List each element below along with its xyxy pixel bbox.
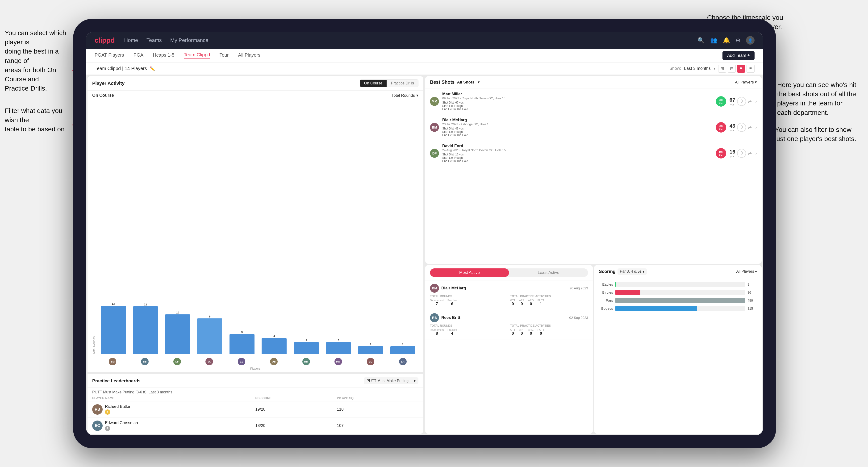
ma-tournament-label-1: Tournament	[430, 299, 444, 302]
edit-icon[interactable]: ✏️	[150, 66, 155, 71]
bar-label-1: 13	[112, 302, 115, 305]
shot-avatar-2: BM	[430, 123, 439, 132]
shot-info-2: Blair McHarg 23 Jul 2023 · Ashridge GC, …	[442, 118, 713, 137]
shot-stats-3: 16 yds 0 yds	[730, 149, 752, 158]
scoring-filter1-label: Par 3, 4 & 5s	[620, 269, 642, 274]
pl-player-1: RB Richard Butler 1	[92, 404, 255, 415]
bar-label-9: 2	[370, 343, 371, 346]
on-course-toggle-group: On Course Practice Drills	[360, 80, 418, 87]
h-bar-eagles-fill	[615, 282, 616, 287]
list-view-icon[interactable]: ≡	[747, 65, 754, 73]
shot-chevron-3[interactable]: ›	[755, 151, 757, 156]
total-rounds-filter[interactable]: Total Rounds ▾	[392, 93, 418, 98]
tab-all-players[interactable]: All Players	[238, 52, 260, 59]
activity-title: Player Activity	[92, 81, 226, 86]
avatar[interactable]: 👤	[746, 36, 754, 44]
least-active-toggle[interactable]: Least Active	[509, 269, 588, 277]
nav-item-teams[interactable]: Teams	[147, 37, 162, 43]
chevron-down-icon: ▾	[714, 66, 715, 71]
tab-pgat[interactable]: PGAT Players	[95, 52, 124, 59]
sub-header: Team Clippd | 14 Players ✏️ Show: Last 3…	[86, 63, 763, 75]
bs-players-label: All Players	[735, 80, 754, 85]
ma-gtt-col-2: GTT 0	[510, 328, 516, 336]
shot-player-name-1: Matt Miller	[442, 92, 713, 96]
plus-circle-icon[interactable]: ⊕	[736, 37, 740, 44]
on-course-toggle[interactable]: On Course	[360, 80, 386, 87]
annotation-filter: Filter what data you wish the table to b…	[5, 106, 75, 134]
pl-col-score: PB SCORE	[255, 396, 337, 400]
bar-label-7: 3	[306, 339, 307, 342]
shot-stat-2a: 43 yds	[730, 123, 735, 132]
bar-fill-9	[358, 346, 383, 354]
filter-chevron-icon: ▾	[416, 93, 418, 98]
tab-hcaps[interactable]: Hcaps 1-5	[153, 52, 174, 59]
h-bar-bogeys-track	[615, 306, 745, 311]
tab-tour[interactable]: Tour	[219, 52, 228, 59]
bell-icon[interactable]: 🔔	[723, 37, 730, 44]
scoring-chart: Eagles 3 Birdies	[594, 278, 762, 434]
users-icon[interactable]: 👥	[710, 37, 717, 44]
bs-players-dropdown[interactable]: All Players ▾	[735, 80, 757, 85]
ma-name-2: Rees Britt	[441, 315, 567, 320]
h-bar-eagles-val: 3	[747, 283, 757, 286]
add-team-button[interactable]: Add Team +	[722, 51, 754, 60]
tabs-row: PGAT Players PGA Hcaps 1-5 Team Clippd T…	[86, 49, 763, 63]
bs-shots-chevron-icon: ▾	[478, 80, 480, 85]
chart-sub-header: On Course Total Rounds ▾	[88, 91, 423, 100]
bs-tab-all-shots[interactable]: All Shots	[457, 80, 474, 85]
most-active-toggle[interactable]: Most Active	[430, 269, 509, 277]
shot-info-1: Matt Miller 09 Jun 2023 · Royal North De…	[442, 92, 713, 111]
shot-avatar-1: MM	[430, 97, 439, 106]
p-avatar-10: LR	[387, 358, 418, 365]
pl-player-info-2: Edward Crossman 2	[105, 421, 138, 431]
ma-stat-rounds-1: Total Rounds Tournament 7 Practice	[430, 294, 508, 306]
shot-chevron-1[interactable]: ›	[755, 99, 757, 104]
pl-col-name: PLAYER NAME	[92, 396, 255, 400]
heart-view-icon[interactable]: ♥	[737, 65, 745, 73]
ma-stat-rounds-label-2: Total Rounds	[430, 324, 508, 328]
nav-item-performance[interactable]: My Performance	[170, 37, 208, 43]
scoring-title: Scoring	[599, 269, 616, 274]
ma-date-1: 26 Aug 2023	[569, 286, 588, 290]
tab-pga[interactable]: PGA	[133, 52, 144, 59]
grid2-view-icon[interactable]: ⊟	[728, 65, 736, 73]
h-bar-eagles-track	[615, 282, 745, 287]
grid-view-icon[interactable]: ⊞	[718, 65, 726, 73]
p-avatar-8: MM	[323, 358, 354, 365]
shot-card-3: DF David Ford 24 Aug 2023 · Royal North …	[425, 140, 762, 166]
pl-dropdown[interactable]: PUTT Must Make Putting ... ▾	[364, 377, 418, 384]
h-bar-pars-label: Pars	[599, 299, 613, 302]
bar-label-4: 9	[209, 315, 210, 318]
shot-stat-unit-1b: yds	[748, 100, 752, 103]
filter-label: Total Rounds	[392, 93, 415, 98]
tab-team-clippd[interactable]: Team Clippd	[184, 52, 210, 59]
p-avatar-6: OB	[258, 358, 290, 365]
search-icon[interactable]: 🔍	[698, 37, 705, 44]
shot-info-3: David Ford 24 Aug 2023 · Royal North Dev…	[442, 144, 713, 163]
practice-drills-toggle[interactable]: Practice Drills	[386, 80, 418, 87]
shot-stat-zero-2: 0	[737, 123, 746, 132]
shot-details-2: Shot Dist: 43 yds Start Lie: Rough End L…	[442, 127, 713, 137]
show-value[interactable]: Last 3 months	[684, 66, 711, 71]
scoring-filter2[interactable]: All Players ▾	[736, 269, 757, 274]
shot-chevron-2[interactable]: ›	[755, 125, 757, 130]
left-column: Player Activity On Course Practice Drill…	[86, 75, 425, 435]
scoring-filter1[interactable]: Par 3, 4 & 5s ▾	[618, 269, 647, 275]
scoring-filter2-label: All Players	[736, 269, 754, 274]
ma-activities-label-1: Total Practice Activities	[510, 294, 588, 298]
bar-item-4: 9	[194, 302, 225, 354]
bar-chart-container: Total Rounds 13 12	[88, 100, 423, 372]
most-active-panel: Most Active Least Active BM Blair McHarg…	[425, 265, 593, 434]
scoring-filter1-chevron-icon: ▾	[643, 269, 644, 274]
ma-stat-activities-1: Total Practice Activities GTT 0 APP	[510, 294, 588, 306]
chart-sub-title: On Course	[92, 93, 114, 98]
annotation-best-shots: Here you can see who's hit the best shot…	[777, 80, 856, 117]
ma-stats-2: Total Rounds Tournament 8 Practice	[430, 324, 588, 336]
bs-shots-dropdown[interactable]: ▾	[478, 80, 480, 85]
pl-score-2: 18/20	[255, 423, 337, 428]
nav-item-home[interactable]: Home	[124, 37, 138, 43]
bar-fill-5	[229, 334, 254, 354]
h-bar-eagles-label: Eagles	[599, 282, 613, 286]
pl-row-2: EC Edward Crossman 2 18/20 107	[88, 417, 423, 434]
ma-date-2: 02 Sep 2023	[569, 316, 588, 319]
